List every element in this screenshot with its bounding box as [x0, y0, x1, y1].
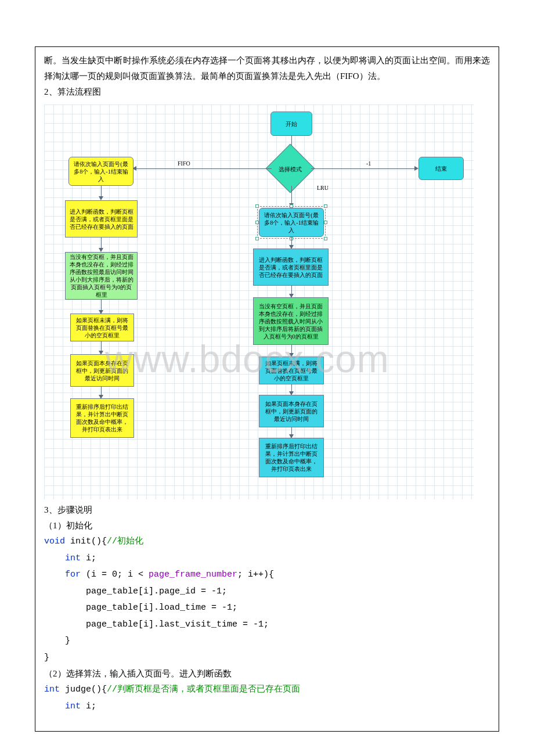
node-lru-print: 重新排序后打印出结果，并计算出中断页面次数及命中概率，并打印页表出来 — [259, 438, 324, 477]
intro-paragraph: 断。当发生缺页中断时操作系统必须在内存选择一个页面将其移出内存，以便为即将调入的… — [44, 53, 490, 84]
node-lru-notfull: 如果页框未满，则将页面替换在页框号最小的空页框里 — [259, 357, 324, 384]
kw-for: for — [65, 570, 81, 579]
node-lru-exists: 如果页面本身存在页框中，则更新页面的最近访问时间 — [259, 395, 324, 427]
arrow-head — [414, 166, 418, 171]
kw-int: int — [65, 553, 81, 563]
arrow — [136, 168, 272, 169]
arrow-head — [99, 248, 103, 252]
code-block-init: void init(){//初始化 int i; for (i = 0; i <… — [44, 534, 490, 666]
code-line: page_table[i].last_visit_time = -1; — [44, 620, 269, 629]
code-text: judge(){ — [60, 685, 107, 694]
section-2-title: 2、算法流程图 — [44, 84, 490, 100]
section-3-2: （2）选择算法，输入插入页面号。进入判断函数 — [44, 666, 490, 682]
node-lru-judge: 进入判断函数，判断页框是否满，或者页框里面是否已经存在要插入的页面 — [253, 249, 329, 286]
code-line: page_table[i].page_id = -1; — [44, 586, 227, 596]
node-start: 开始 — [270, 111, 312, 136]
code-text: init(){ — [65, 537, 107, 546]
node-lru-nofree: 当没有空页框，并且页面本身也没存在，则经过排序函数按照载入时间从小到大排序后将新… — [253, 297, 329, 345]
node-lru-input: 请依次输入页面号(最多8个，输入-1结束输入 — [259, 208, 324, 237]
code-comment: //初始化 — [107, 537, 143, 546]
node-fifo-input: 请依次输入页面号(最多8个，输入-1结束输入 — [68, 157, 134, 186]
arrow-head — [289, 203, 294, 207]
node-fifo-print: 重新排序后打印出结果，并计算出中断页面次数及命中概率，并打印页表出来 — [70, 398, 134, 438]
code-line: } — [44, 653, 49, 663]
edge-fifo: FIFO — [178, 160, 190, 167]
code-const: page_frame_number — [149, 570, 237, 579]
code-line: page_table[i].load_time = -1; — [44, 603, 237, 613]
edge-lru: LRU — [317, 185, 329, 191]
code-text: i; — [81, 701, 96, 711]
arrow — [311, 168, 416, 169]
edge-neg1: -1 — [366, 160, 371, 167]
node-fifo-exists: 如果页面本身存在页框中，则更新页面的最近访问时间 — [70, 354, 134, 387]
node-end: 结束 — [418, 157, 464, 180]
watermark: www.bdocx.com — [105, 337, 389, 381]
kw-int: int — [65, 701, 81, 711]
section-3-1: （1）初始化 — [44, 518, 490, 534]
node-fifo-nofree: 当没有空页框，并且页面本身也没存在，则经过排序函数按照最后访问时间从小到大排序后… — [65, 252, 138, 300]
node-fifo-notfull: 如果页框未满，则将页面替换在页框号最小的空页框里 — [70, 314, 134, 341]
kw-int: int — [44, 685, 60, 694]
kw-void: void — [44, 537, 65, 546]
flowchart: www.bdocx.com 开始 选择模式 FIFO -1 结束 LRU 请依次… — [44, 105, 474, 499]
arrow — [291, 186, 292, 206]
page-border: 断。当发生缺页中断时操作系统必须在内存选择一个页面将其移出内存，以便为即将调入的… — [35, 46, 499, 732]
node-fifo-judge: 进入判断函数，判断页框是否满，或者页框里面是否已经存在要插入的页面 — [65, 200, 138, 237]
code-comment: //判断页框是否满，或者页框里面是否已存在页面 — [107, 685, 300, 694]
code-text: i; — [81, 553, 96, 563]
arrow-head — [99, 196, 103, 200]
code-line: } — [44, 636, 70, 646]
code-text: (i = 0; i < — [81, 570, 149, 579]
code-text: ; i++){ — [237, 570, 274, 579]
node-select-mode-label: 选择模式 — [279, 165, 302, 174]
code-block-judge: int judge(){//判断页框是否满，或者页框里面是否已存在页面 int … — [44, 682, 490, 715]
section-3-title: 3、步骤说明 — [44, 502, 490, 518]
